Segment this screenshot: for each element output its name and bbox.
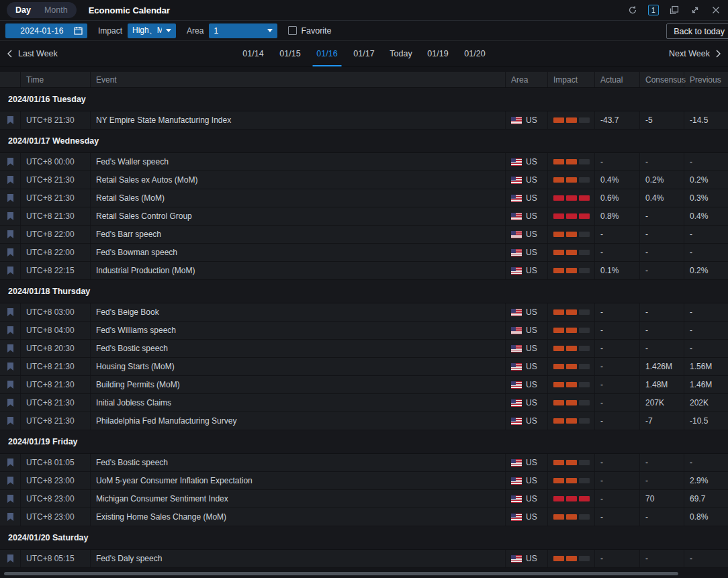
time-cell: UTC+8 20:30	[20, 340, 90, 357]
us-flag-icon	[511, 555, 522, 563]
bookmark-icon[interactable]	[7, 266, 14, 275]
bookmark-icon[interactable]	[7, 554, 14, 563]
previous-cell: 2.9%	[684, 472, 728, 489]
day-tab-today[interactable]: Today	[383, 41, 420, 66]
event-row[interactable]: UTC+8 21:30Building Permits (MoM)US-1.48…	[0, 376, 728, 394]
actual-cell: -	[594, 226, 639, 243]
day-tab-01-14[interactable]: 01/14	[235, 41, 272, 66]
area-cell: US	[505, 153, 547, 171]
bookmark-icon[interactable]	[7, 512, 14, 522]
impact-cell	[547, 340, 594, 357]
event-row[interactable]: UTC+8 22:00Fed's Bowman speechUS---	[0, 244, 728, 262]
event-row[interactable]: UTC+8 21:30Initial Jobless ClaimsUS-207K…	[0, 394, 728, 412]
event-row[interactable]: UTC+8 21:30Housing Starts (MoM)US-1.426M…	[0, 358, 728, 376]
favorite-label: Favorite	[301, 26, 331, 36]
bookmark-cell	[0, 508, 20, 526]
impact-medium-bars	[553, 328, 590, 333]
date-picker-input[interactable]: 2024-01-16	[5, 23, 87, 38]
us-flag-icon	[511, 418, 522, 425]
event-row[interactable]: UTC+8 21:30NY Empire State Manufacturing…	[0, 111, 728, 130]
panel-count-icon[interactable]: 1	[648, 5, 659, 15]
duplicate-icon[interactable]	[669, 5, 680, 15]
day-tab-01-17[interactable]: 01/17	[346, 41, 383, 66]
impact-cell	[547, 189, 594, 207]
area-name: US	[526, 458, 537, 467]
day-tab-01-15[interactable]: 01/15	[272, 41, 309, 66]
header-cell-previous: Previous	[684, 72, 728, 87]
bookmark-cell	[0, 171, 20, 189]
bookmark-icon[interactable]	[7, 175, 14, 185]
impact-high-bars	[553, 195, 590, 201]
area-name: US	[526, 266, 537, 275]
area-cell: US	[505, 412, 547, 430]
event-cell: Michigan Consumer Sentiment Index	[90, 490, 505, 508]
refresh-icon[interactable]	[627, 5, 638, 15]
bookmark-icon[interactable]	[7, 476, 14, 485]
bookmark-icon[interactable]	[7, 380, 14, 389]
time-cell: UTC+8 23:00	[20, 490, 90, 508]
next-week-button[interactable]: Next Week	[669, 49, 721, 58]
back-to-today-button[interactable]: Back to today	[666, 23, 728, 39]
area-filter-select[interactable]: 1	[209, 23, 277, 38]
event-row[interactable]: UTC+8 05:15Fed's Daly speechUS---	[0, 550, 728, 568]
area-cell: US	[505, 508, 547, 526]
bookmark-icon[interactable]	[7, 157, 14, 166]
last-week-button[interactable]: Last Week	[7, 49, 58, 58]
event-row[interactable]: UTC+8 22:00Fed's Barr speechUS---	[0, 226, 728, 244]
event-row[interactable]: UTC+8 21:30Philadelphia Fed Manufacturin…	[0, 412, 728, 430]
event-row[interactable]: UTC+8 20:30Fed's Bostic speechUS---	[0, 340, 728, 358]
time-cell: UTC+8 05:15	[20, 550, 90, 567]
area-name: US	[526, 512, 537, 522]
bookmark-icon[interactable]	[7, 458, 14, 467]
tab-day[interactable]: Day	[9, 4, 37, 16]
bookmark-cell	[0, 340, 20, 357]
bookmark-cell	[0, 111, 20, 129]
event-row[interactable]: UTC+8 22:15Industrial Production (MoM)US…	[0, 262, 728, 280]
bookmark-icon[interactable]	[7, 211, 14, 221]
bookmark-icon[interactable]	[7, 398, 14, 407]
bookmark-icon[interactable]	[7, 230, 14, 239]
previous-cell: 0.2%	[684, 262, 728, 279]
day-tab-01-19[interactable]: 01/19	[420, 41, 457, 66]
favorite-filter[interactable]: Favorite	[288, 26, 331, 36]
impact-filter-select[interactable]: High、Medi...	[128, 23, 176, 38]
tab-month[interactable]: Month	[38, 4, 74, 16]
close-icon[interactable]	[711, 5, 721, 15]
event-row[interactable]: UTC+8 04:00Fed's Williams speechUS---	[0, 322, 728, 340]
bookmark-icon[interactable]	[7, 248, 14, 257]
event-row[interactable]: UTC+8 23:00Michigan Consumer Sentiment I…	[0, 490, 728, 508]
event-row[interactable]: UTC+8 03:00Fed's Beige BookUS---	[0, 303, 728, 322]
day-tab-01-16[interactable]: 01/16	[309, 41, 346, 66]
date-picker-value: 2024-01-16	[20, 26, 63, 36]
previous-cell: -	[684, 153, 728, 171]
event-row[interactable]: UTC+8 21:30Retail Sales Control GroupUS0…	[0, 207, 728, 226]
consensus-cell: 0.2%	[639, 171, 684, 189]
bookmark-cell	[0, 550, 20, 567]
event-row[interactable]: UTC+8 23:00Existing Home Sales Change (M…	[0, 508, 728, 526]
bookmark-icon[interactable]	[7, 362, 14, 371]
bookmark-icon[interactable]	[7, 307, 14, 317]
bookmark-icon[interactable]	[7, 344, 14, 353]
event-row[interactable]: UTC+8 21:30Retail Sales (MoM)US0.6%0.4%0…	[0, 189, 728, 207]
day-tab-01-20[interactable]: 01/20	[457, 41, 494, 66]
bookmark-icon[interactable]	[7, 193, 14, 203]
impact-cell	[547, 111, 594, 129]
event-row[interactable]: UTC+8 00:00Fed's Waller speechUS---	[0, 153, 728, 171]
area-name: US	[526, 230, 537, 239]
expand-icon[interactable]	[690, 5, 700, 15]
bookmark-icon[interactable]	[7, 416, 14, 426]
area-name: US	[526, 476, 537, 485]
horizontal-scrollbar[interactable]	[4, 572, 678, 575]
event-row[interactable]: UTC+8 23:00UoM 5-year Consumer Inflation…	[0, 472, 728, 490]
impact-medium-bars	[553, 309, 590, 315]
bookmark-icon[interactable]	[7, 494, 14, 503]
bookmark-icon[interactable]	[7, 326, 14, 335]
impact-cell	[547, 490, 594, 508]
favorite-checkbox[interactable]	[288, 26, 297, 35]
consensus-cell: 0.4%	[639, 189, 684, 207]
event-row[interactable]: UTC+8 21:30Retail Sales ex Autos (MoM)US…	[0, 171, 728, 189]
area-name: US	[526, 494, 537, 503]
bookmark-cell	[0, 262, 20, 279]
event-row[interactable]: UTC+8 01:05Fed's Bostic speechUS---	[0, 454, 728, 472]
bookmark-icon[interactable]	[7, 115, 14, 125]
